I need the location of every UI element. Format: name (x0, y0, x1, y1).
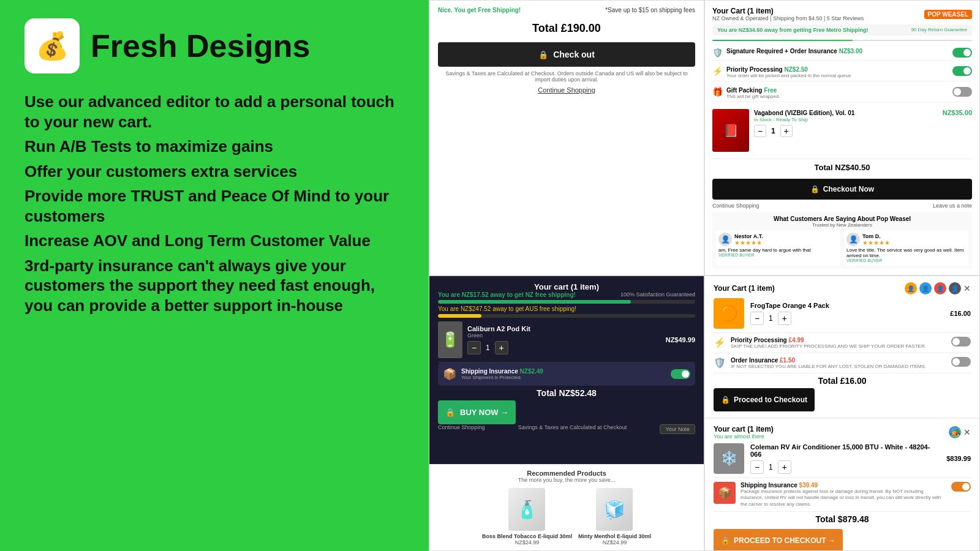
coleman-subtitle: You are almost there (714, 433, 774, 440)
bl-product-row: 🔋 Caliburn A2 Pod Kit Green − 1 + NZ$49.… (438, 318, 695, 362)
close-icon[interactable]: ✕ (963, 283, 971, 293)
bl-nz-ship-text: You are NZ$17.52 away to get NZ free shi… (438, 291, 576, 298)
coleman-total: Total $879.48 (714, 512, 971, 527)
lock-icon: 🔒 (810, 185, 820, 193)
br-cart-title: Your Cart (1 item) (714, 284, 775, 293)
coleman-qty-increase[interactable]: + (778, 460, 791, 474)
bl-insurance-text: Shipping Insurance NZ$2.49 Your Shipment… (461, 368, 666, 380)
qty-decrease-btn[interactable]: − (754, 125, 766, 137)
pw-subtitle: NZ Owned & Operated | Shipping from $4.5… (712, 15, 864, 21)
bl-rec-img-1: 🧴 (508, 488, 545, 531)
review-text-1: am, Free same day hard to argue with tha… (718, 247, 838, 253)
bl-dark-section: Your cart (1 item) You are NZ$17.52 away… (429, 276, 704, 464)
checkout-button[interactable]: 🔒 Check out (438, 42, 695, 67)
avatar-1: 👤 (718, 233, 732, 246)
pw-product-info: Vagabond (VIZBIG Edition), Vol. 01 In St… (754, 109, 938, 152)
coleman-qty-value: 1 (769, 463, 773, 471)
logo-area: 💰 Fresh Designs (24, 18, 404, 73)
pw-option2-label: Priority Processing NZ$2.50 (726, 66, 949, 73)
taglines: Use our advanced editor to add a persona… (24, 92, 404, 315)
frogtape-qty-increase[interactable]: + (778, 312, 791, 325)
bl-insurance-sub: Your Shipment is Protected. (461, 375, 666, 380)
option1-toggle[interactable] (952, 48, 972, 58)
lock-icon: 🔒 (445, 408, 455, 417)
bl-rec-price-2: NZ$24.99 (578, 539, 651, 545)
total-row: Total £190.00 (438, 17, 695, 39)
bl-qty-increase[interactable]: + (495, 341, 508, 354)
br-header-icons: 👤 👤 👤 👤 ✕ (905, 282, 971, 294)
reviewer-name-1: Nestor A.T. (734, 233, 763, 239)
lock-icon-3: 🔒 (721, 536, 730, 545)
frogtape-priority-row: ⚡ Priority Processing £4.99 SKIP THE LIN… (714, 333, 971, 353)
order-ins-toggle[interactable] (951, 357, 971, 367)
tagline-3: Offer your customers extra services (24, 162, 404, 182)
bl-buy-button[interactable]: 🔒 BUY NOW → (438, 400, 516, 424)
bl-aus-ship-text: You are NZ$247.52 away to get AUS free s… (438, 305, 576, 312)
coleman-insurance-toggle[interactable] (951, 482, 971, 492)
coleman-close-icon[interactable]: ✕ (963, 427, 971, 437)
coleman-qty-decrease[interactable]: − (750, 460, 764, 474)
tagline-5: Increase AOV and Long Term Customer Valu… (24, 231, 404, 251)
bl-rec-name-2: Minty Menthol E-liquid 30ml (578, 533, 651, 539)
bl-note-button[interactable]: Your Note (660, 424, 695, 434)
frogtape-product-name: FrogTape Orange 4 Pack (750, 302, 944, 309)
brand-title: Fresh Designs (91, 28, 310, 64)
gift-icon: 🎁 (712, 87, 723, 97)
pw-leave-note-link[interactable]: Leave us a note (933, 203, 972, 209)
option2-toggle[interactable] (952, 66, 972, 76)
coleman-cart-title: Your cart (1 item) (714, 425, 774, 433)
qty-increase-btn[interactable]: + (780, 125, 793, 137)
reviewer-1: 👤 Nestor A.T. ★★★★★ (718, 233, 838, 246)
left-panel: 💰 Fresh Designs Use our advanced editor … (0, 0, 429, 551)
frogtape-qty-decrease[interactable]: − (750, 312, 764, 325)
coleman-insurance-label: Shipping Insurance $39.49 (741, 482, 946, 489)
frogtape-product-image: 🟠 (714, 298, 744, 329)
frogtape-qty-value: 1 (769, 314, 773, 323)
total-amount: £190.00 (561, 22, 601, 35)
frogtape-checkout-button[interactable]: 🔒 Proceed to Checkout (714, 388, 815, 411)
pw-progress-fill (712, 40, 853, 41)
icon1: 👤 (905, 282, 917, 294)
pw-checkout-button[interactable]: 🔒 Checkout Now (712, 179, 972, 200)
lightning-icon: ⚡ (712, 66, 723, 76)
priority-toggle[interactable] (951, 337, 971, 347)
checkout-note: Savings & Taxes are Calculated at Checko… (438, 70, 695, 83)
lock-icon-2: 🔒 (721, 395, 730, 404)
bl-qty-decrease[interactable]: − (467, 341, 481, 354)
review-card-1: 👤 Nestor A.T. ★★★★★ am, Free same day ha… (716, 230, 840, 265)
coleman-checkout-button[interactable]: 🔒 PROCEED TO CHECKOUT → (714, 529, 843, 551)
pw-reviews-sub: Trusted by New Zealanders (716, 222, 968, 228)
coleman-qty-row: − 1 + (750, 460, 940, 474)
bl-nz-prog-fill (438, 300, 631, 304)
bl-rec-sub: The more you buy, the more you save... (434, 477, 699, 483)
bl-aus-ship-row: You are NZ$247.52 away to get AUS free s… (438, 305, 695, 312)
bl-buy-label: BUY NOW → (460, 408, 508, 417)
pw-cart-title: Your Cart (1 item) (712, 7, 864, 15)
bl-total-row: Total NZ$52.48 (438, 386, 695, 400)
pw-progress-bar (712, 40, 972, 41)
pw-reviews-section: What Customers Are Saying About Pop Weas… (712, 212, 972, 269)
pw-product-price: NZ$35.00 (943, 109, 972, 152)
bl-aus-progress (438, 314, 695, 318)
bl-product-name: Caliburn A2 Pod Kit (467, 325, 661, 332)
continue-shopping-link[interactable]: Continue Shopping (438, 86, 695, 94)
coleman-insurance-icon: 📦 (714, 482, 736, 504)
bl-nz-progress (438, 300, 695, 304)
priority-sub: SKIP THE LINE! ADD PRIORITY PROCESSING A… (731, 343, 946, 349)
coleman-insurance-row: 📦 Shipping Insurance $39.49 Package insu… (714, 478, 971, 512)
qty-value: 1 (771, 127, 775, 135)
review-text-2: Love the title. The service was very goo… (846, 247, 966, 258)
pw-reviews-title: What Customers Are Saying About Pop Weas… (716, 216, 968, 222)
bl-insurance-toggle[interactable] (671, 369, 690, 379)
bl-continue-link[interactable]: Continue Shopping (438, 424, 485, 434)
pw-continue-link[interactable]: Continue Shopping (712, 203, 760, 209)
reviewer-2: 👤 Tom D. ★★★★★ (846, 233, 966, 246)
reviewer-name-2: Tom D. (862, 233, 890, 239)
option3-toggle[interactable] (952, 87, 972, 97)
tagline-1: Use our advanced editor to add a persona… (24, 92, 404, 132)
widget-pop-weasel: Your Cart (1 item) NZ Owned & Operated |… (704, 0, 980, 276)
coleman-product-price: $839.99 (946, 455, 971, 462)
pw-small-links: Continue Shopping Leave us a note (712, 203, 972, 209)
icon2: 👤 (919, 282, 932, 294)
stars-2: ★★★★★ (862, 239, 890, 246)
